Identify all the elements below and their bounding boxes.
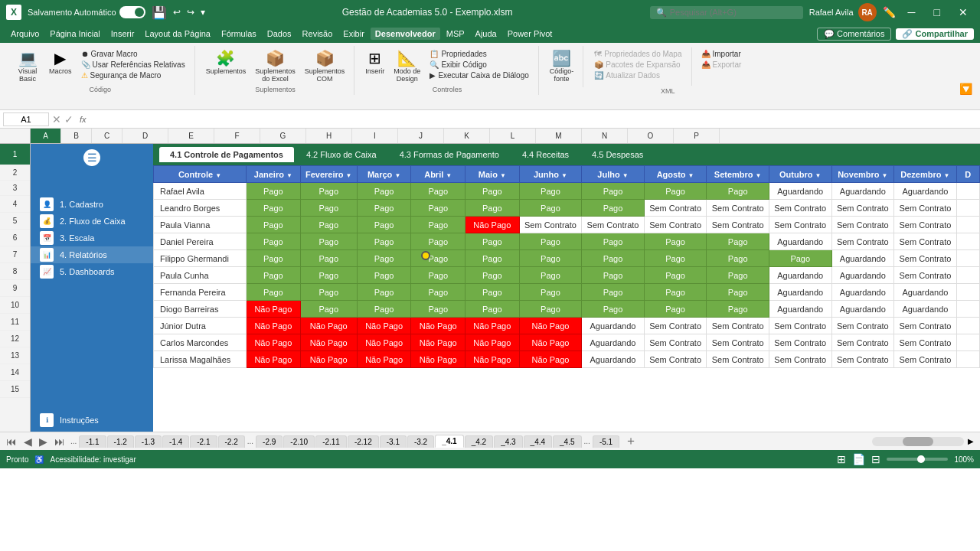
month-cell[interactable]: Sem Contrato bbox=[644, 217, 707, 233]
month-cell[interactable]: Aguardando bbox=[769, 284, 831, 301]
month-cell[interactable]: Sem Contrato bbox=[894, 318, 957, 334]
month-cell[interactable] bbox=[956, 301, 979, 318]
ribbon-collapse[interactable]: 🔽 bbox=[958, 81, 974, 96]
col-G[interactable]: G bbox=[260, 129, 306, 143]
header-outubro[interactable]: Outubro ▼ bbox=[769, 166, 831, 183]
month-cell[interactable] bbox=[956, 351, 979, 368]
month-cell[interactable]: Pago bbox=[411, 200, 466, 217]
month-cell[interactable]: Aguardando bbox=[769, 301, 831, 318]
name-cell[interactable]: Leandro Borges bbox=[154, 200, 247, 217]
month-cell[interactable]: Aguardando bbox=[831, 301, 894, 318]
row-12[interactable]: 12 bbox=[0, 331, 30, 347]
month-cell[interactable]: Não Pago bbox=[411, 334, 466, 351]
col-B[interactable]: B bbox=[61, 129, 92, 143]
month-cell[interactable]: Não Pago bbox=[466, 217, 520, 233]
sheet-tab-2-10[interactable]: -2.10 bbox=[283, 435, 315, 448]
sheet-tab-1-2[interactable]: -1.2 bbox=[107, 435, 134, 448]
month-cell[interactable]: Pago bbox=[519, 183, 582, 200]
sheet-tab-nav-right[interactable]: ⏭ bbox=[51, 435, 68, 448]
month-cell[interactable]: Pago bbox=[357, 217, 411, 233]
month-cell[interactable]: Pago bbox=[707, 301, 769, 318]
menu-power-pivot[interactable]: Power Pivot bbox=[503, 28, 557, 40]
table-row[interactable]: Larissa MagalhãesNão PagoNão PagoNão Pag… bbox=[154, 351, 980, 368]
month-cell[interactable]: Pago bbox=[300, 217, 357, 233]
month-cell[interactable]: Sem Contrato bbox=[707, 200, 769, 217]
menu-dados[interactable]: Dados bbox=[263, 28, 296, 40]
cell-reference-input[interactable] bbox=[3, 112, 49, 126]
menu-ajuda[interactable]: Ajuda bbox=[471, 28, 501, 40]
month-cell[interactable]: Não Pago bbox=[247, 301, 301, 318]
month-cell[interactable]: Pago bbox=[582, 233, 645, 250]
atualizar-dados-button[interactable]: 🔄Atualizar Dados bbox=[591, 70, 684, 80]
normal-view-icon[interactable]: ⊞ bbox=[837, 453, 846, 465]
table-row[interactable]: Carlos MarcondesNão PagoNão PagoNão Pago… bbox=[154, 334, 980, 351]
month-cell[interactable]: Pago bbox=[247, 217, 301, 233]
row-1[interactable]: 1 bbox=[0, 144, 30, 165]
save-icon[interactable]: 💾 bbox=[152, 5, 167, 20]
sheet-tab-3-2[interactable]: -3.2 bbox=[407, 435, 434, 448]
month-cell[interactable]: Sem Contrato bbox=[707, 318, 769, 334]
propriedades-button[interactable]: 📋Propriedades bbox=[426, 49, 531, 59]
month-cell[interactable]: Pago bbox=[411, 217, 466, 233]
executar-caixa-button[interactable]: ▶Executar Caixa de Diálogo bbox=[426, 70, 531, 80]
sheet-tab-4-2-ws[interactable]: _4.2 bbox=[465, 435, 493, 448]
close-button[interactable]: ✕ bbox=[952, 5, 974, 20]
month-cell[interactable]: Aguardando bbox=[831, 183, 894, 200]
modo-design-button[interactable]: 📐 Modo deDesign bbox=[390, 47, 423, 84]
row-4[interactable]: 4 bbox=[0, 196, 30, 213]
row-9[interactable]: 9 bbox=[0, 280, 30, 297]
month-cell[interactable]: Sem Contrato bbox=[894, 217, 957, 233]
importar-button[interactable]: 📥Importar bbox=[698, 49, 745, 59]
month-cell[interactable]: Pago bbox=[519, 301, 582, 318]
month-cell[interactable]: Sem Contrato bbox=[644, 334, 707, 351]
month-cell[interactable]: Aguardando bbox=[831, 250, 894, 267]
row-14[interactable]: 14 bbox=[0, 364, 30, 381]
month-cell[interactable]: Sem Contrato bbox=[894, 200, 957, 217]
undo-icon[interactable]: ↩ bbox=[173, 7, 181, 18]
month-cell[interactable]: Pago bbox=[519, 250, 582, 267]
sheet-tab-3-1[interactable]: -3.1 bbox=[380, 435, 407, 448]
month-cell[interactable]: Aguardando bbox=[769, 183, 831, 200]
month-cell[interactable]: Sem Contrato bbox=[894, 233, 957, 250]
month-cell[interactable]: Pago bbox=[466, 250, 520, 267]
month-cell[interactable]: Pago bbox=[247, 200, 301, 217]
sheet-tab-2-9[interactable]: -2.9 bbox=[256, 435, 283, 448]
month-cell[interactable]: Pago bbox=[357, 233, 411, 250]
header-controle[interactable]: Controle ▼ bbox=[154, 166, 247, 183]
codigo-fonte-button[interactable]: 🔤 Código-fonte bbox=[547, 47, 577, 84]
row-13[interactable]: 13 bbox=[0, 347, 30, 364]
row-8[interactable]: 8 bbox=[0, 263, 30, 280]
more-commands[interactable]: ▾ bbox=[201, 7, 205, 18]
sheet-tab-4-1-active[interactable]: _4.1 bbox=[435, 435, 463, 448]
month-cell[interactable]: Pago bbox=[247, 250, 301, 267]
month-cell[interactable]: Sem Contrato bbox=[644, 318, 707, 334]
sidebar-item-fluxo-caixa[interactable]: 💰 2. Fluxo de Caixa bbox=[31, 213, 153, 230]
col-A[interactable]: A bbox=[31, 129, 61, 143]
exportar-button[interactable]: 📤Exportar bbox=[698, 60, 745, 70]
usar-referencias-button[interactable]: 📎Usar Referências Relativas bbox=[78, 60, 188, 70]
menu-msp[interactable]: MSP bbox=[442, 28, 469, 40]
share-button[interactable]: 🔗 Compartilhar bbox=[896, 28, 974, 40]
name-cell[interactable]: Paula Cunha bbox=[154, 267, 247, 284]
month-cell[interactable]: Pago bbox=[411, 250, 466, 267]
suplementos-com-button[interactable]: 📦 SuplementosCOM bbox=[302, 47, 348, 84]
month-cell[interactable]: Pago bbox=[357, 200, 411, 217]
month-cell[interactable] bbox=[956, 200, 979, 217]
table-row[interactable]: Daniel PereiraPagoPagoPagoPagoPagoPagoPa… bbox=[154, 233, 980, 250]
table-row[interactable]: Leandro BorgesPagoPagoPagoPagoPagoPagoPa… bbox=[154, 200, 980, 217]
table-row[interactable]: Paula CunhaPagoPagoPagoPagoPagoPagoPagoP… bbox=[154, 267, 980, 284]
month-cell[interactable]: Pago bbox=[357, 183, 411, 200]
visual-basic-button[interactable]: 💻 VisualBasic bbox=[12, 47, 43, 84]
month-cell[interactable]: Pago bbox=[300, 301, 357, 318]
month-cell[interactable]: Aguardando bbox=[894, 183, 957, 200]
month-cell[interactable]: Não Pago bbox=[247, 351, 301, 368]
month-cell[interactable]: Sem Contrato bbox=[831, 217, 894, 233]
restore-button[interactable]: □ bbox=[928, 5, 946, 20]
header-abril[interactable]: Abril ▼ bbox=[411, 166, 466, 183]
month-cell[interactable]: Pago bbox=[707, 284, 769, 301]
month-cell[interactable]: Sem Contrato bbox=[769, 334, 831, 351]
month-cell[interactable]: Aguardando bbox=[894, 301, 957, 318]
month-cell[interactable]: Pago bbox=[357, 301, 411, 318]
tab-4-2[interactable]: 4.2 Fluxo de Caixa bbox=[296, 147, 387, 162]
month-cell[interactable]: Pago bbox=[519, 200, 582, 217]
